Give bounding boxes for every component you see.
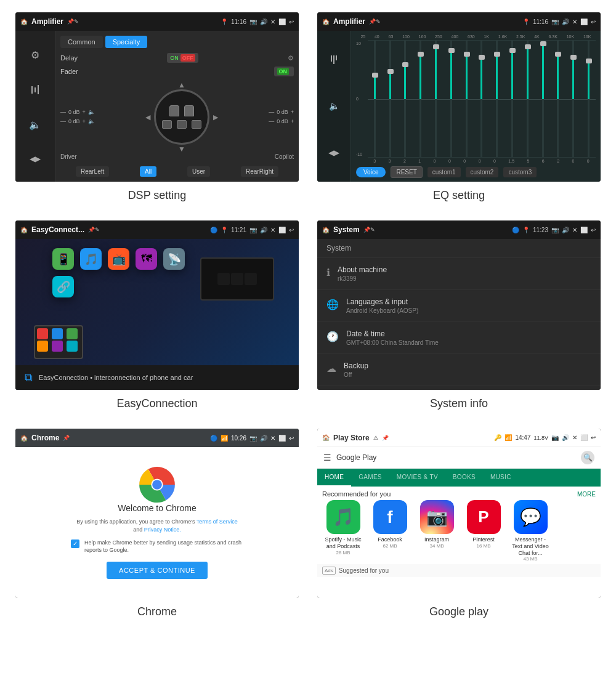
volume-icon[interactable]: 🔊 xyxy=(260,18,267,25)
eq-sliders-icon[interactable] xyxy=(331,55,337,64)
play-tab-home[interactable]: HOME xyxy=(317,469,351,487)
right-arrow[interactable]: ▶ xyxy=(213,113,218,121)
app-icon-5[interactable]: 📡 xyxy=(163,248,185,270)
volume-icon-sys[interactable]: 🔊 xyxy=(562,227,569,233)
eq-custom1[interactable]: custom1 xyxy=(428,167,461,177)
eq-bar-col-0[interactable] xyxy=(368,40,382,158)
eq-bar-col-13[interactable] xyxy=(566,40,580,158)
terms-link2[interactable]: Privacy Notice. xyxy=(144,527,181,533)
eq-bar-col-14[interactable] xyxy=(582,40,596,158)
minus-icon4[interactable]: — xyxy=(269,118,274,124)
dolby-icon[interactable]: ◀▶ xyxy=(30,155,41,163)
plus-icon4[interactable]: + xyxy=(291,118,294,124)
eq-bar-col-6[interactable] xyxy=(460,40,474,158)
eq-bar-col-9[interactable] xyxy=(505,40,519,158)
app-icon-3[interactable]: 📺 xyxy=(108,248,129,270)
eq-bar-col-12[interactable] xyxy=(551,40,565,158)
zone-rearright[interactable]: RearRight xyxy=(241,166,278,177)
home-icon-sys[interactable]: 🏠 xyxy=(322,227,330,233)
volume-icon-eq[interactable]: 🔊 xyxy=(562,18,569,25)
terms-link1[interactable]: Terms of Service xyxy=(197,519,238,525)
volume-icon-easy[interactable]: 🔊 xyxy=(260,227,267,233)
eq-bar-col-3[interactable] xyxy=(413,40,428,158)
eq-vol-icon[interactable]: 🔈 xyxy=(329,101,339,111)
window-icon-easy[interactable]: ⬜ xyxy=(278,227,286,233)
play-tab-books[interactable]: BOOKS xyxy=(445,469,483,487)
home-icon-easy[interactable]: 🏠 xyxy=(20,227,28,233)
eq-bar-col-7[interactable] xyxy=(475,40,489,158)
play-tab-music[interactable]: MUSIC xyxy=(483,469,519,487)
fader-toggle[interactable]: ON xyxy=(274,67,294,76)
minus-icon2[interactable]: — xyxy=(60,118,66,124)
zone-rearleft[interactable]: RearLeft xyxy=(76,166,109,177)
close-icon-chrome[interactable]: ✕ xyxy=(270,435,275,442)
camera-icon-sys[interactable]: 📷 xyxy=(551,227,559,233)
eq-custom2[interactable]: custom2 xyxy=(466,167,499,177)
eq-bar-col-8[interactable] xyxy=(490,40,504,158)
volume-icon-play[interactable]: 🔊 xyxy=(562,434,569,441)
minus-icon3[interactable]: — xyxy=(269,109,274,115)
play-app-pinterest[interactable]: P Pinterest 16 MB xyxy=(463,500,505,562)
eq-icon[interactable]: ⚙ xyxy=(31,49,39,61)
sliders-icon[interactable] xyxy=(31,85,39,94)
eq-bar-col-2[interactable] xyxy=(399,40,413,158)
plus-icon2[interactable]: + xyxy=(83,118,86,124)
sys-item-backup[interactable]: ☁ Backup Off xyxy=(317,354,601,386)
zone-user[interactable]: User xyxy=(187,166,210,177)
up-arrow[interactable]: ▲ xyxy=(178,81,185,89)
sys-item-about[interactable]: ℹ About machine rk3399 xyxy=(317,258,601,290)
eq-bar-col-10[interactable] xyxy=(521,40,535,158)
dsp-tab-specialty[interactable]: Specialty xyxy=(105,36,148,48)
plus-icon3[interactable]: + xyxy=(291,109,294,115)
minus-icon[interactable]: — xyxy=(60,109,66,115)
delay-toggle[interactable]: ON OFF xyxy=(167,53,198,63)
back-icon[interactable]: ↩ xyxy=(289,18,294,25)
window-icon-play[interactable]: ⬜ xyxy=(580,434,588,441)
camera-icon[interactable]: 📷 xyxy=(249,18,257,25)
down-arrow[interactable]: ▼ xyxy=(178,145,185,153)
play-search-icon[interactable]: 🔍 xyxy=(581,451,594,464)
volume-icon-chrome[interactable]: 🔊 xyxy=(260,435,267,442)
app-icon-6[interactable]: 🔗 xyxy=(52,276,74,297)
chrome-checkbox[interactable]: ✓ xyxy=(71,539,79,548)
play-app-facebook[interactable]: f Facebook 62 MB xyxy=(369,500,411,562)
home-icon-play[interactable]: 🏠 xyxy=(322,434,330,441)
close-icon-easy[interactable]: ✕ xyxy=(270,227,275,233)
vol-icon[interactable]: 🔈 xyxy=(29,119,41,131)
eq-dolby-icon[interactable]: ◀▶ xyxy=(328,148,339,157)
camera-icon-eq[interactable]: 📷 xyxy=(551,18,559,25)
app-icon-1[interactable]: 📱 xyxy=(52,248,74,270)
window-icon-sys[interactable]: ⬜ xyxy=(580,227,588,233)
window-icon-chrome[interactable]: ⬜ xyxy=(278,435,286,442)
home-icon-chrome[interactable]: 🏠 xyxy=(20,435,28,442)
camera-icon-easy[interactable]: 📷 xyxy=(249,227,257,233)
camera-icon-chrome[interactable]: 📷 xyxy=(249,435,257,442)
eq-bar-col-5[interactable] xyxy=(444,40,458,158)
eq-custom3[interactable]: custom3 xyxy=(503,167,537,177)
app-icon-2[interactable]: 🎵 xyxy=(80,248,102,270)
camera-icon-play[interactable]: 📷 xyxy=(551,434,559,441)
eq-bar-col-1[interactable] xyxy=(383,40,397,158)
close-icon-sys[interactable]: ✕ xyxy=(572,227,577,233)
back-icon-play[interactable]: ↩ xyxy=(591,434,596,441)
eq-bar-col-11[interactable] xyxy=(536,40,550,158)
play-app-instagram[interactable]: 📷 Instagram 34 MB xyxy=(416,500,458,562)
more-label[interactable]: MORE xyxy=(577,491,596,498)
play-tab-games[interactable]: GAMES xyxy=(351,469,389,487)
window-icon[interactable]: ⬜ xyxy=(278,18,286,25)
play-app-spotify[interactable]: 🎵 Spotify - Music and Podcasts 28 MB xyxy=(322,500,364,562)
plus-icon[interactable]: + xyxy=(83,109,86,115)
sys-item-date[interactable]: 🕐 Date & time GMT+08:00 China Standard T… xyxy=(317,322,601,354)
eq-bar-col-4[interactable] xyxy=(429,40,443,158)
play-tab-movies[interactable]: MOVIES & TV xyxy=(389,469,445,487)
back-icon-sys[interactable]: ↩ xyxy=(591,227,596,233)
back-icon-easy[interactable]: ↩ xyxy=(289,227,294,233)
sys-item-lang[interactable]: 🌐 Languages & input Android Keyboard (AO… xyxy=(317,290,601,322)
close-icon-play[interactable]: ✕ xyxy=(572,434,577,441)
home-icon-eq[interactable]: 🏠 xyxy=(322,18,330,25)
back-icon-chrome[interactable]: ↩ xyxy=(289,435,294,442)
back-icon-eq[interactable]: ↩ xyxy=(591,18,596,25)
chrome-accept-button[interactable]: ACCEPT & CONTINUE xyxy=(107,562,208,579)
close-icon-eq[interactable]: ✕ xyxy=(572,18,577,25)
zone-all[interactable]: All xyxy=(140,166,156,177)
